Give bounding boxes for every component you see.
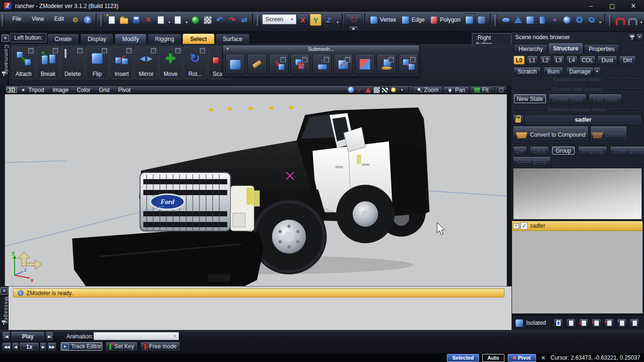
speed-button[interactable]: 1x — [19, 342, 39, 351]
tab-hierarchy[interactable]: Hierarchy — [513, 44, 548, 54]
pan-button[interactable]: Pan — [443, 86, 469, 94]
selected-mode-button[interactable]: Selected — [447, 354, 479, 362]
del-button[interactable]: Del — [513, 146, 527, 155]
axis-dropdown-icon[interactable]: ▾ — [335, 14, 340, 26]
step-back-button[interactable]: ◀ — [12, 342, 19, 351]
screen-space-dropdown[interactable]: Screen ▾ — [262, 14, 297, 25]
layer-l4-button[interactable]: L4 — [566, 56, 578, 65]
collapse-icon[interactable]: ▲ — [226, 46, 230, 50]
viewport-menu-tripod[interactable]: Tripod — [28, 87, 44, 93]
viewport-menu-image[interactable]: Image — [53, 87, 68, 93]
fit-button[interactable]: Fit — [470, 86, 492, 94]
create-helper-icon[interactable]: + — [549, 14, 561, 26]
edge-mode-button[interactable]: Edge — [399, 14, 427, 26]
snap-magnet-disabled-icon[interactable] — [627, 14, 638, 26]
display-dropdown-icon[interactable]: ▾ — [398, 86, 406, 93]
menu-edit[interactable]: Edit — [49, 13, 69, 25]
polygon-mode-button[interactable]: Polygon — [428, 14, 463, 26]
tab-display[interactable]: Display — [80, 33, 114, 44]
prev-view-icon[interactable]: ◀ — [21, 88, 24, 92]
import-icon[interactable]: ↓ — [155, 14, 166, 26]
viewport-3d[interactable]: Ford y x z — [5, 94, 507, 286]
auto-mode-button[interactable]: Auto — [482, 354, 504, 362]
web-services-icon[interactable] — [190, 14, 201, 26]
play-button[interactable]: Play — [11, 331, 45, 341]
compound-mode-icon[interactable] — [476, 14, 487, 26]
object-mode-icon[interactable] — [464, 14, 475, 26]
expand-corner-icon[interactable] — [175, 48, 181, 53]
maximize-button[interactable]: ▢ — [602, 0, 623, 12]
submesh-extrude-up-icon[interactable]: ↑ — [312, 54, 332, 74]
repeat-play-icon[interactable]: ▶ — [349, 26, 358, 31]
toolbar-grip[interactable] — [2, 15, 5, 26]
convert-to-compound-button[interactable]: ↓ Convert to Compound — [513, 126, 588, 144]
free-mode-button[interactable]: ✓ Free mode — [140, 342, 180, 351]
expand-corner-icon[interactable] — [151, 48, 156, 53]
tool-insert-button[interactable]: ∕ Insert — [110, 46, 133, 79]
animation-dropdown[interactable]: ▾ — [93, 332, 179, 340]
insert-above-icon[interactable]: ▲ — [579, 319, 588, 327]
node-visibility-checkbox[interactable]: ✓ — [520, 222, 528, 230]
save-icon[interactable] — [131, 14, 142, 26]
skip-end-button[interactable]: ▶| — [45, 331, 54, 341]
maximize-viewport-icon[interactable]: ▢ — [497, 86, 505, 93]
rewind-button[interactable]: ◀◀ — [2, 342, 11, 351]
submesh-cut-icon[interactable]: ∕ — [333, 54, 353, 74]
damage-button[interactable]: Damage — [566, 67, 594, 76]
pivot-mode-button[interactable]: Pivot — [508, 354, 536, 362]
toolbar-grip[interactable] — [257, 15, 260, 26]
layer-l1-button[interactable]: L1 — [527, 56, 538, 65]
layer-dirt-button[interactable]: Dirt — [619, 56, 636, 65]
damage-dropdown-icon[interactable]: ▾ — [594, 67, 601, 76]
export-node-icon[interactable]: ↷ — [604, 319, 614, 327]
add-node-icon[interactable]: + — [617, 319, 627, 327]
viewport-menu-grid[interactable]: Grid — [99, 87, 110, 93]
create-cone-icon[interactable] — [512, 14, 524, 26]
tab-structure[interactable]: Structure — [548, 42, 583, 54]
lock-state-icon[interactable] — [513, 115, 523, 124]
create-tube-icon[interactable] — [586, 14, 597, 26]
create-box-icon[interactable] — [525, 14, 536, 26]
edit-state-button[interactable]: Edit State — [589, 94, 622, 104]
animation-clapper-icon[interactable] — [381, 86, 389, 93]
tool-break-button[interactable]: ↖ Break — [36, 46, 60, 79]
tool-flip-button[interactable]: Flip — [85, 46, 109, 79]
submesh-brush-icon[interactable] — [247, 54, 267, 74]
ungroup-button[interactable]: Ungroup — [578, 146, 607, 155]
layer-col-button[interactable]: COL — [579, 56, 595, 65]
open-file-icon[interactable] — [118, 14, 130, 26]
layer-dust-button[interactable]: Dust — [597, 56, 617, 65]
layer-l3-button[interactable]: L3 — [553, 56, 564, 65]
layer-l0-button[interactable]: L0 — [513, 56, 525, 65]
axis-x-button[interactable]: X — [297, 14, 309, 26]
check-all-icon[interactable] — [553, 319, 563, 327]
open-group-button[interactable]: Open group — [610, 146, 644, 155]
close-commands-icon[interactable]: ✕ — [1, 34, 9, 42]
delete-state-button[interactable]: Delete State — [549, 94, 586, 104]
shading-mode-icon[interactable] — [347, 86, 355, 93]
submesh-title-bar[interactable]: ▲ Submesh... — [223, 45, 419, 52]
create-plane-icon[interactable] — [500, 14, 512, 26]
menu-view[interactable]: View — [26, 13, 49, 25]
tab-modify[interactable]: Modify — [115, 33, 146, 44]
burn-button[interactable]: Burn — [544, 67, 563, 76]
submesh-weld-icon[interactable] — [377, 54, 396, 74]
close-messages-icon[interactable]: ✕ — [0, 287, 8, 295]
tab-surface[interactable]: Surface — [215, 33, 250, 44]
tool-mirror-button[interactable]: ◀▶ Mirror — [134, 46, 158, 79]
axis-z-button[interactable]: Z — [322, 14, 334, 26]
close-button[interactable]: ✕ — [623, 0, 644, 12]
submesh-polygons-icon[interactable] — [225, 54, 245, 74]
redo-icon[interactable]: ↷ — [226, 14, 238, 26]
vertex-mode-button[interactable]: Vertex — [368, 14, 398, 26]
expand-corner-icon[interactable] — [28, 48, 33, 53]
tool-delete-button[interactable]: Delete — [61, 46, 84, 79]
track-editor-button[interactable]: ▶ Track Editor — [60, 342, 103, 351]
viewport-menu-pivot[interactable]: Pivot — [118, 87, 131, 93]
new-state-button[interactable]: New State — [513, 94, 546, 104]
axis-y-button[interactable]: Y — [310, 14, 322, 26]
expand-corner-icon[interactable] — [126, 48, 132, 53]
create-cylinder-icon[interactable] — [537, 14, 548, 26]
preferences-icon[interactable]: ⚙ — [70, 14, 81, 26]
zoom-button[interactable]: Zoom — [413, 86, 443, 94]
